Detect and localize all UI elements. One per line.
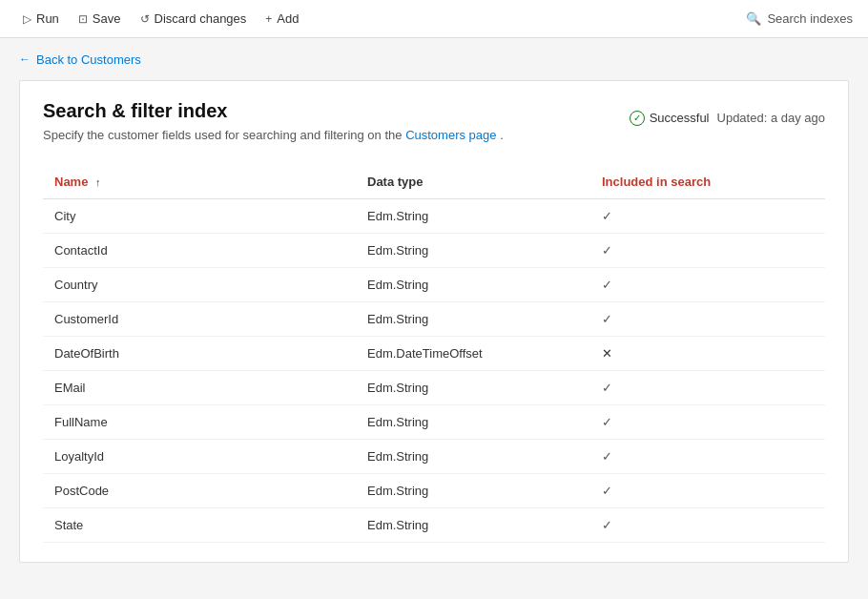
cell-datatype: Edm.String — [356, 404, 590, 439]
run-button[interactable]: ▷ Run — [15, 8, 67, 30]
table-row: CountryEdm.String✓ — [43, 267, 825, 301]
cross-icon: ✕ — [602, 346, 612, 361]
search-icon: 🔍 — [746, 11, 761, 26]
table-row: LoyaltyIdEdm.String✓ — [43, 439, 825, 473]
table-row: ContactIdEdm.String✓ — [43, 233, 825, 267]
cell-included: ✓ — [590, 473, 825, 507]
cell-name: CustomerId — [43, 301, 356, 336]
status-badge: ✓ Successful — [630, 111, 710, 126]
search-indexes-label: Search indexes — [767, 11, 853, 26]
cell-name: ContactId — [43, 233, 356, 267]
cell-included: ✓ — [590, 267, 825, 301]
checkmark-icon: ✓ — [602, 415, 612, 429]
cell-name: State — [43, 507, 356, 542]
cell-datatype: Edm.String — [356, 233, 590, 267]
cell-name: FullName — [43, 404, 356, 439]
status-row: ✓ Successful Updated: a day ago — [630, 111, 825, 126]
cell-included: ✓ — [590, 404, 825, 439]
cell-datatype: Edm.DateTimeOffset — [356, 336, 590, 370]
index-table: Name ↑ Data type Included in search City… — [43, 165, 825, 543]
cell-datatype: Edm.String — [356, 473, 590, 507]
col-header-included[interactable]: Included in search — [590, 165, 825, 199]
table-row: FullNameEdm.String✓ — [43, 404, 825, 439]
table-row: CustomerIdEdm.String✓ — [43, 301, 825, 336]
back-to-customers-link[interactable]: ← Back to Customers — [19, 52, 141, 67]
cell-included: ✓ — [590, 507, 825, 542]
cell-name: City — [43, 198, 356, 233]
run-label: Run — [36, 11, 59, 26]
add-button[interactable]: + Add — [258, 8, 306, 30]
toolbar: ▷ Run ⊡ Save ↺ Discard changes + Add 🔍 S… — [0, 0, 868, 38]
discard-button[interactable]: ↺ Discard changes — [133, 8, 255, 30]
checkmark-icon: ✓ — [602, 518, 612, 532]
page-subtitle: Specify the customer fields used for sea… — [43, 128, 504, 142]
table-row: EMailEdm.String✓ — [43, 370, 825, 404]
discard-label: Discard changes — [155, 11, 247, 26]
back-nav: ← Back to Customers — [0, 38, 868, 80]
col-header-name[interactable]: Name ↑ — [43, 165, 356, 199]
search-indexes-area: 🔍 Search indexes — [746, 11, 853, 26]
checkmark-icon: ✓ — [602, 484, 612, 498]
cell-datatype: Edm.String — [356, 198, 590, 233]
table-header-row: Name ↑ Data type Included in search — [43, 165, 825, 199]
cell-datatype: Edm.String — [356, 507, 590, 542]
success-icon: ✓ — [630, 111, 645, 126]
updated-text: Updated: a day ago — [717, 111, 825, 125]
table-row: PostCodeEdm.String✓ — [43, 473, 825, 507]
save-label: Save — [93, 11, 121, 26]
cell-datatype: Edm.String — [356, 267, 590, 301]
content-area: ← Back to Customers Search & filter inde… — [0, 38, 868, 599]
checkmark-icon: ✓ — [602, 449, 612, 464]
cell-name: DateOfBirth — [43, 336, 356, 370]
checkmark-icon: ✓ — [602, 381, 612, 395]
sort-asc-icon: ↑ — [95, 176, 101, 188]
cell-included: ✓ — [590, 439, 825, 473]
save-icon: ⊡ — [78, 12, 88, 26]
cell-included: ✕ — [590, 336, 825, 370]
back-to-customers-label: Back to Customers — [36, 52, 141, 67]
main-panel: Search & filter index Specify the custom… — [19, 80, 849, 563]
table-row: CityEdm.String✓ — [43, 198, 825, 233]
checkmark-icon: ✓ — [602, 278, 612, 292]
cell-datatype: Edm.String — [356, 370, 590, 404]
cell-included: ✓ — [590, 198, 825, 233]
discard-icon: ↺ — [140, 12, 150, 26]
back-arrow-icon: ← — [19, 52, 31, 66]
cell-datatype: Edm.String — [356, 439, 590, 473]
cell-name: Country — [43, 267, 356, 301]
customers-link[interactable]: Customers page — [405, 128, 496, 142]
cell-included: ✓ — [590, 301, 825, 336]
cell-name: EMail — [43, 370, 356, 404]
checkmark-icon: ✓ — [602, 312, 612, 326]
cell-name: PostCode — [43, 473, 356, 507]
table-row: DateOfBirthEdm.DateTimeOffset✕ — [43, 336, 825, 370]
run-icon: ▷ — [23, 12, 31, 26]
status-text: Successful — [650, 111, 710, 125]
save-button[interactable]: ⊡ Save — [71, 8, 129, 30]
col-header-datatype[interactable]: Data type — [356, 165, 590, 199]
add-label: Add — [277, 11, 299, 26]
checkmark-icon: ✓ — [602, 209, 612, 223]
add-icon: + — [265, 12, 272, 26]
table-row: StateEdm.String✓ — [43, 507, 825, 542]
checkmark-icon: ✓ — [602, 243, 612, 258]
cell-included: ✓ — [590, 233, 825, 267]
cell-datatype: Edm.String — [356, 301, 590, 336]
cell-included: ✓ — [590, 370, 825, 404]
cell-name: LoyaltyId — [43, 439, 356, 473]
